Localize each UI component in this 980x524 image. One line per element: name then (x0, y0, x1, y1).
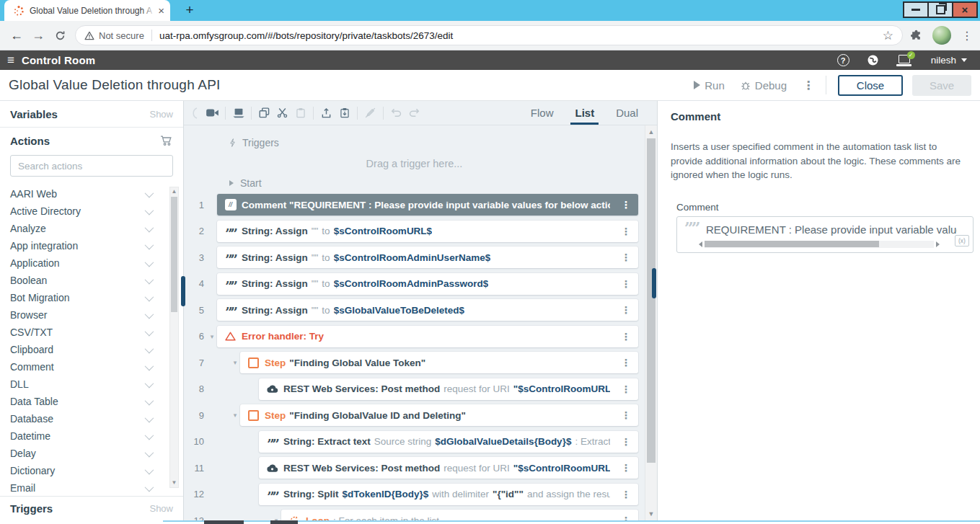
action-card[interactable]: ””String: Assign""to$sControlRoomURL$⋮ (217, 221, 638, 242)
window-close-button[interactable]: × (952, 1, 978, 18)
tab-flow[interactable]: Flow (531, 101, 554, 125)
back-button[interactable]: ← (6, 28, 27, 43)
sidebar-package-comment[interactable]: Comment (0, 358, 183, 376)
row-menu-button[interactable]: ⋮ (615, 383, 631, 395)
sidebar-package-analyze[interactable]: Analyze (0, 220, 183, 237)
omnibox[interactable]: Not secure uat-rpa.omfysgroup.com/#/bots… (75, 25, 903, 45)
row-menu-button[interactable]: ⋮ (615, 489, 631, 500)
comment-field[interactable]: ”” REQUIREMENT : Please provide input va… (676, 216, 974, 253)
tab-dual[interactable]: Dual (616, 101, 638, 125)
trigger-drop-zone[interactable]: Drag a trigger here... (184, 158, 645, 169)
sidebar-package-dictionary[interactable]: Dictionary (0, 462, 183, 479)
row-menu-button[interactable]: ⋮ (615, 462, 631, 474)
collapse-toggle-icon[interactable]: ▾ (230, 359, 240, 366)
sidebar-package-bot-migration[interactable]: Bot Migration (0, 289, 183, 306)
scroll-right-icon[interactable] (936, 241, 940, 247)
sidebar-package-app-integration[interactable]: App integration (0, 237, 183, 254)
cut-button[interactable] (273, 105, 291, 121)
panel-resize-handle-left[interactable] (181, 276, 185, 306)
bookmark-star-icon[interactable]: ☆ (883, 28, 893, 43)
upload-button[interactable] (317, 105, 335, 121)
row-menu-button[interactable]: ⋮ (615, 304, 631, 316)
sidebar-package-browser[interactable]: Browser (0, 306, 183, 324)
browser-menu-icon[interactable]: ⋮ (961, 29, 973, 43)
action-card[interactable]: Step"Finding GlobalValue ID and Deleting… (240, 404, 638, 426)
scrollbar-thumb[interactable] (705, 241, 879, 247)
variables-show-button[interactable]: Show (149, 109, 173, 120)
device-button[interactable] (229, 105, 247, 121)
profile-avatar[interactable] (932, 26, 951, 45)
sidebar-scrollbar[interactable]: ▲ ▼ (169, 187, 179, 488)
row-menu-button[interactable]: ⋮ (615, 199, 631, 210)
action-card[interactable]: REST Web Services: Post methodrequest fo… (259, 457, 638, 479)
forward-button[interactable]: → (27, 28, 49, 43)
window-restore-button[interactable] (927, 1, 953, 18)
row-menu-button[interactable]: ⋮ (615, 357, 631, 368)
action-card[interactable]: REST Web Services: Post methodrequest fo… (259, 378, 638, 400)
row-menu-button[interactable]: ⋮ (615, 278, 631, 290)
sidebar-package-boolean[interactable]: Boolean (0, 272, 183, 289)
user-menu[interactable]: nilesh (931, 55, 967, 66)
scroll-left-icon[interactable] (699, 241, 702, 247)
edit-button[interactable] (361, 105, 379, 121)
action-card[interactable]: ””String: Extract textSource string$dGlo… (259, 431, 638, 453)
sidebar-package-datetime[interactable]: Datetime (0, 427, 183, 445)
record-button[interactable] (203, 105, 221, 121)
comment-field-value[interactable]: REQUIREMENT : Please provide input varia… (706, 223, 957, 236)
reload-button[interactable] (49, 30, 71, 41)
tab-close-icon[interactable]: × (158, 5, 164, 16)
collapse-toggle-icon[interactable]: ▾ (207, 333, 217, 340)
scroll-up-icon[interactable]: ▲ (645, 126, 657, 138)
action-card[interactable]: Step"Finding Global Value Token"⋮ (240, 352, 638, 373)
undo-button[interactable] (387, 105, 405, 121)
globe-icon[interactable] (867, 54, 879, 66)
field-horizontal-scrollbar[interactable] (699, 240, 940, 249)
start-group-header[interactable]: Start (229, 177, 645, 189)
scroll-down-icon[interactable]: ▼ (170, 479, 178, 487)
browser-tab[interactable]: Global Value Deletion through A × (4, 0, 170, 21)
row-menu-button[interactable]: ⋮ (615, 436, 631, 448)
tab-list[interactable]: List (575, 101, 594, 125)
redo-button[interactable] (405, 105, 423, 121)
sidebar-package-delay[interactable]: Delay (0, 445, 183, 462)
scrollbar-thumb[interactable] (647, 138, 655, 463)
action-card[interactable]: ””String: Split$dTokenID{Body}$with deli… (259, 484, 638, 505)
insert-variable-button[interactable]: (x) (955, 235, 969, 247)
scrollbar-thumb[interactable] (171, 197, 177, 312)
not-secure-indicator[interactable]: Not secure (84, 30, 144, 41)
window-minimize-button[interactable] (903, 1, 929, 18)
action-card[interactable]: //Comment "REQUIREMENT : Please provide … (217, 194, 638, 216)
scroll-down-icon[interactable]: ▼ (645, 508, 657, 520)
sidebar-package-email[interactable]: Email (0, 479, 183, 494)
scrollbar-track[interactable] (705, 241, 934, 248)
new-tab-button[interactable]: + (179, 0, 200, 20)
triggers-show-button[interactable]: Show (149, 503, 173, 514)
paste-button[interactable] (291, 105, 309, 121)
debug-button[interactable]: Debug (741, 79, 787, 92)
save-button[interactable]: Save (912, 75, 971, 96)
sidebar-package-clipboard[interactable]: Clipboard (0, 341, 183, 358)
scroll-up-icon[interactable]: ▲ (170, 187, 178, 196)
canvas-scrollbar[interactable]: ▲ ▼ (645, 125, 657, 520)
bot-store-cart-icon[interactable] (160, 135, 173, 146)
action-card[interactable]: ””String: Assign""to$sGlobalValueToBeDel… (217, 299, 638, 321)
sidebar-package-dll[interactable]: DLL (0, 376, 183, 393)
panel-resize-handle-right[interactable] (652, 268, 656, 298)
row-menu-button[interactable]: ⋮ (615, 226, 631, 237)
sidebar-package-csv-txt[interactable]: CSV/TXT (0, 324, 183, 341)
row-menu-button[interactable]: ⋮ (615, 409, 631, 421)
hamburger-menu-icon[interactable]: ≡ (7, 54, 14, 66)
more-actions-icon[interactable]: ⋮ (803, 79, 814, 92)
triggers-group-header[interactable]: Triggers (229, 137, 645, 148)
sidebar-package-data-table[interactable]: Data Table (0, 393, 183, 410)
extension-puzzle-icon[interactable] (910, 30, 922, 42)
row-menu-button[interactable]: ⋮ (615, 331, 631, 342)
search-actions-input[interactable] (10, 155, 173, 177)
sidebar-package-aari-web[interactable]: AARI Web (0, 185, 183, 203)
close-button[interactable]: Close (838, 75, 903, 96)
row-menu-button[interactable]: ⋮ (615, 252, 631, 263)
action-card[interactable]: ””String: Assign""to$sControlRoomAdminUs… (217, 247, 638, 268)
sidebar-package-database[interactable]: Database (0, 410, 183, 427)
help-icon[interactable]: ? (837, 54, 849, 66)
download-button[interactable] (335, 105, 353, 121)
